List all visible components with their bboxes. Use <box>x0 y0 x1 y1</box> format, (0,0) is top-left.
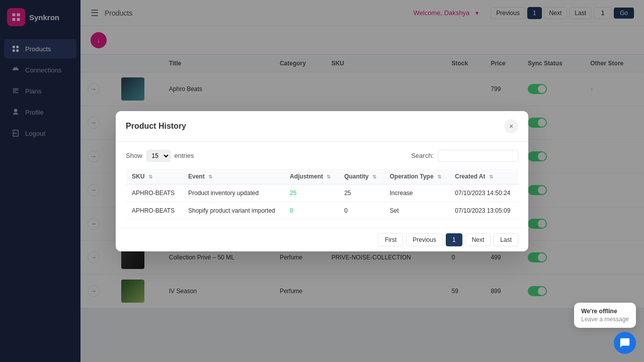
row-created-at: 07/10/2023 13:05:09 <box>449 202 518 219</box>
sort-icon: ⇅ <box>208 174 212 179</box>
modal-header: Product History × <box>116 111 528 142</box>
entries-label: entries <box>175 152 194 159</box>
modal-title: Product History <box>126 122 186 131</box>
row-sku: APHRO-BEATS <box>126 202 182 219</box>
show-label: Show <box>126 152 142 159</box>
chat-subtitle: Leave a message <box>581 316 629 323</box>
th-operation-type[interactable]: Operation Type ⇅ <box>383 169 449 185</box>
history-row: APHRO-BEATS Shopify product variant impo… <box>126 202 518 219</box>
history-row: APHRO-BEATS Product inventory updated 25… <box>126 184 518 202</box>
row-sku: APHRO-BEATS <box>126 184 182 202</box>
modal-overlay[interactable]: Product History × Show 15 25 50 entries … <box>0 0 644 362</box>
row-quantity: 25 <box>338 184 383 202</box>
row-adjustment: 0 <box>284 202 338 219</box>
modal-page-1-button[interactable]: 1 <box>446 233 462 246</box>
entries-select[interactable]: 15 25 50 <box>146 150 171 162</box>
th-event[interactable]: Event ⇅ <box>182 169 284 185</box>
th-created-at[interactable]: Created At ⇅ <box>449 169 518 185</box>
history-table: SKU ⇅ Event ⇅ Adjustment ⇅ Quantity ⇅ Op… <box>126 169 518 220</box>
th-sku[interactable]: SKU ⇅ <box>126 169 182 185</box>
modal-next-button[interactable]: Next <box>465 233 491 246</box>
row-operation-type: Set <box>383 202 449 219</box>
chat-bubble: We're offline Leave a message <box>574 303 636 328</box>
modal-body: Show 15 25 50 entries Search: SKU ⇅ <box>116 142 528 228</box>
modal-last-button[interactable]: Last <box>494 233 518 246</box>
chat-button[interactable] <box>614 332 636 354</box>
th-adjustment[interactable]: Adjustment ⇅ <box>284 169 338 185</box>
modal-footer: First Previous 1 Next Last <box>116 228 528 251</box>
row-adjustment: 25 <box>284 184 338 202</box>
sort-icon: ⇅ <box>437 174 441 179</box>
modal-previous-button[interactable]: Previous <box>406 233 443 246</box>
sort-icon: ⇅ <box>372 174 376 179</box>
chat-offline-title: We're offline <box>581 308 629 315</box>
sort-icon: ⇅ <box>148 174 152 179</box>
modal-first-button[interactable]: First <box>378 233 403 246</box>
row-event: Product inventory updated <box>182 184 284 202</box>
chat-widget: We're offline Leave a message <box>574 303 636 354</box>
modal-close-button[interactable]: × <box>504 119 518 133</box>
sort-icon: ⇅ <box>489 174 493 179</box>
search-box: Search: <box>411 150 518 162</box>
th-quantity[interactable]: Quantity ⇅ <box>338 169 383 185</box>
row-quantity: 0 <box>338 202 383 219</box>
search-label: Search: <box>411 152 434 159</box>
show-entries: Show 15 25 50 entries <box>126 150 194 162</box>
sort-icon: ⇅ <box>327 174 331 179</box>
row-created-at: 07/10/2023 14:50:24 <box>449 184 518 202</box>
modal-controls: Show 15 25 50 entries Search: <box>126 150 518 162</box>
search-input[interactable] <box>438 150 518 162</box>
row-operation-type: Increase <box>383 184 449 202</box>
product-history-modal: Product History × Show 15 25 50 entries … <box>116 111 528 251</box>
row-event: Shopify product variant imported <box>182 202 284 219</box>
